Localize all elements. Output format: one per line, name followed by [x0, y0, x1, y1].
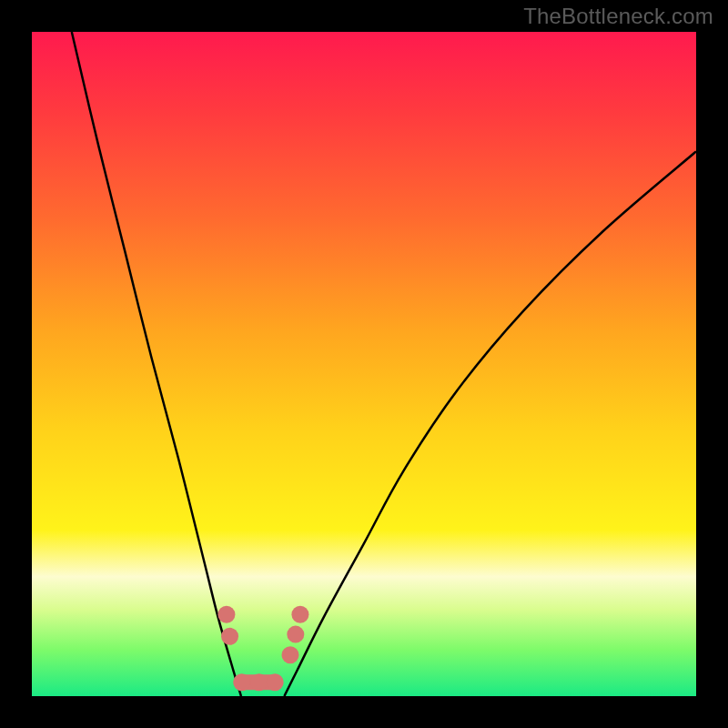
data-marker: [221, 628, 238, 645]
right-branch-curve: [284, 151, 696, 696]
plot-area: [32, 32, 696, 696]
data-marker: [281, 646, 298, 663]
left-branch-curve: [72, 32, 241, 696]
data-marker: [250, 673, 268, 691]
data-marker: [287, 626, 304, 643]
data-marker: [233, 673, 250, 691]
chart-frame: TheBottleneck.com: [0, 0, 728, 728]
marker-group: [217, 606, 308, 691]
curves-layer: [32, 32, 696, 696]
attribution-text: TheBottleneck.com: [523, 4, 713, 29]
data-marker: [267, 673, 284, 691]
data-marker: [291, 606, 308, 623]
data-marker: [217, 606, 235, 623]
